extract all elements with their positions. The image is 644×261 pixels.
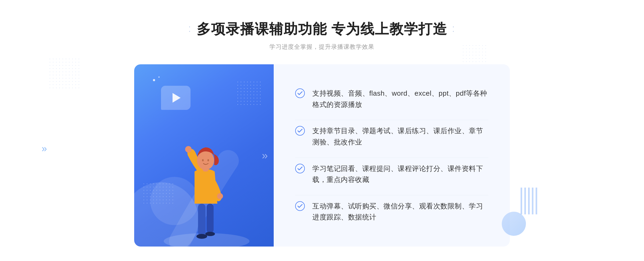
svg-rect-2 (207, 204, 214, 233)
play-icon (173, 93, 181, 103)
feature-text-4: 互动弹幕、试听购买、微信分享、观看次数限制、学习进度跟踪、数据统计 (312, 201, 488, 223)
check-icon-4 (295, 201, 305, 211)
feature-text-1: 支持视频、音频、flash、word、excel、ppt、pdf等各种格式的资源… (312, 88, 488, 110)
feature-item-3: 学习笔记回看、课程提问、课程评论打分、课件资料下载，重点内容收藏 (295, 158, 488, 191)
play-bubble (161, 86, 191, 110)
check-icon-1 (295, 88, 305, 98)
sparkle-dot-2 (158, 76, 160, 78)
chevron-left-decoration: » (42, 143, 45, 154)
illus-dots-grid (236, 80, 263, 107)
svg-point-6 (217, 193, 223, 199)
main-title: 多项录播课辅助功能 专为线上教学打造 (197, 20, 447, 39)
subtitle: 学习进度全掌握，提升录播课教学效果 (188, 43, 456, 51)
content-panel: 支持视频、音频、flash、word、excel、ppt、pdf等各种格式的资源… (274, 64, 510, 247)
svg-point-14 (295, 202, 305, 211)
svg-point-12 (295, 126, 305, 135)
feature-item-4: 互动弹幕、试听购买、微信分享、观看次数限制、学习进度跟踪、数据统计 (295, 195, 488, 228)
svg-point-4 (205, 232, 215, 236)
check-icon-3 (295, 164, 305, 173)
svg-point-13 (295, 164, 305, 173)
deco-circle-outer (502, 212, 526, 236)
illus-chevron-right: » (262, 150, 266, 162)
deco-stripes (521, 188, 539, 214)
svg-point-9 (202, 159, 204, 161)
illustration-panel: » (134, 64, 274, 247)
title-dots-right: ⁚ (452, 25, 456, 34)
content-area: » (134, 64, 510, 247)
feature-text-2: 支持章节目录、弹题考试、课后练习、课后作业、章节测验、批改作业 (312, 125, 488, 148)
sparkle-dot-1 (153, 79, 155, 81)
title-dots-left: ⁚ (188, 25, 192, 34)
feature-item-1: 支持视频、音频、flash、word、excel、ppt、pdf等各种格式的资源… (295, 83, 488, 115)
header-section: ⁚ 多项录播课辅助功能 专为线上教学打造 ⁚ 学习进度全掌握，提升录播课教学效果 (188, 20, 456, 51)
title-row: ⁚ 多项录播课辅助功能 专为线上教学打造 ⁚ (188, 20, 456, 39)
svg-point-11 (295, 89, 305, 98)
check-icon-2 (295, 126, 305, 136)
svg-point-5 (185, 146, 192, 152)
svg-point-3 (196, 234, 207, 239)
person-illustration (153, 113, 255, 247)
svg-rect-1 (198, 204, 206, 236)
feature-item-2: 支持章节目录、弹题考试、课后练习、课后作业、章节测验、批改作业 (295, 120, 488, 153)
svg-point-10 (207, 159, 209, 161)
page-wrapper: » ⁚ 多项录播课辅助功能 专为线上教学打造 ⁚ 学习进度全掌握，提升录播课教学… (0, 4, 644, 257)
bg-dots-left (48, 57, 80, 90)
feature-text-3: 学习笔记回看、课程提问、课程评论打分、课件资料下载，重点内容收藏 (312, 163, 488, 185)
